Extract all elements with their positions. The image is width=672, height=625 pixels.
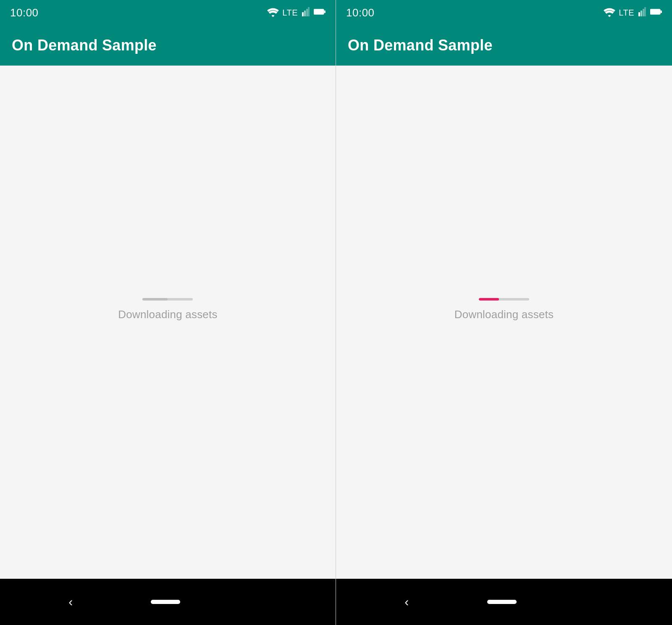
downloading-text-right: Downloading assets: [454, 308, 554, 321]
svg-rect-1: [304, 11, 306, 16]
app-bar-right: On Demand Sample: [336, 25, 672, 66]
svg-rect-2: [306, 9, 308, 16]
status-time-right: 10:00: [346, 6, 375, 19]
wifi-icon-left: [267, 8, 279, 17]
battery-icon-right: [650, 7, 662, 18]
progress-bar-track-right: [479, 298, 529, 301]
svg-rect-7: [640, 11, 642, 16]
progress-bar-fill-right: [479, 298, 499, 301]
progress-bar-fill-left: [142, 298, 168, 301]
svg-rect-4: [314, 9, 324, 14]
app-bar-left: On Demand Sample: [0, 25, 336, 66]
svg-marker-3: [308, 7, 310, 16]
content-area-right: Downloading assets: [336, 66, 672, 579]
nav-home-button-right[interactable]: [487, 600, 517, 604]
svg-rect-8: [643, 9, 644, 16]
svg-rect-5: [324, 11, 326, 13]
svg-rect-0: [302, 12, 304, 16]
status-time-left: 10:00: [10, 6, 39, 19]
svg-rect-6: [638, 12, 640, 16]
downloading-text-left: Downloading assets: [118, 308, 217, 321]
progress-bar-track-left: [142, 298, 193, 301]
content-area-left: Downloading assets: [0, 66, 336, 579]
signal-icon-left: [301, 7, 310, 18]
loading-container-left: Downloading assets: [118, 298, 217, 321]
status-icons-right: LTE: [604, 7, 662, 18]
phone-screen-left: 10:00 LTE: [0, 0, 336, 625]
svg-marker-9: [644, 7, 646, 16]
nav-bar-left: ‹: [0, 579, 336, 625]
phone-screen-right: 10:00 LTE: [336, 0, 672, 625]
loading-container-right: Downloading assets: [454, 298, 554, 321]
status-bar-left: 10:00 LTE: [0, 0, 336, 25]
lte-label-left: LTE: [282, 8, 298, 18]
app-bar-title-left: On Demand Sample: [12, 37, 157, 54]
lte-label-right: LTE: [619, 8, 634, 18]
svg-rect-11: [661, 11, 662, 13]
status-bar-right: 10:00 LTE: [336, 0, 672, 25]
wifi-icon-right: [604, 8, 615, 17]
status-icons-left: LTE: [267, 7, 326, 18]
nav-bar-right: ‹: [336, 579, 672, 625]
app-bar-title-right: On Demand Sample: [348, 37, 493, 54]
nav-back-button-left[interactable]: ‹: [60, 591, 81, 613]
nav-home-button-left[interactable]: [151, 600, 180, 604]
battery-icon-left: [314, 7, 326, 18]
signal-icon-right: [638, 7, 647, 18]
svg-rect-10: [650, 9, 660, 14]
nav-back-button-right[interactable]: ‹: [396, 591, 417, 613]
